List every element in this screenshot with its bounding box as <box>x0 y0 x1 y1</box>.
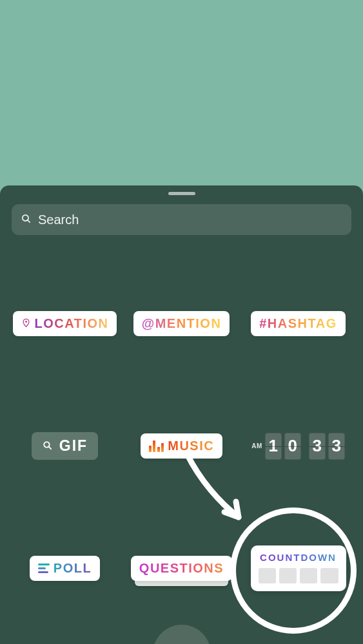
clock-digit: 0 <box>284 433 301 460</box>
sheet-grabber[interactable] <box>168 192 195 195</box>
poll-lines-icon <box>38 564 50 573</box>
sticker-countdown[interactable]: COUNTDOWN <box>251 545 346 591</box>
sticker-countdown-label: COUNTDOWN <box>260 552 337 563</box>
sticker-music-label: MUSIC <box>168 439 214 453</box>
sticker-music[interactable]: MUSIC <box>141 433 222 459</box>
sticker-mention-label: @MENTION <box>142 316 222 331</box>
svg-line-1 <box>28 220 30 222</box>
sticker-hashtag-label: #HASHTAG <box>259 316 337 331</box>
sticker-picker-sheet[interactable]: Search LOCATION @MENTION #HASHTAG <box>0 185 363 644</box>
sticker-time[interactable]: AM 1 0 3 3 <box>251 433 345 460</box>
sticker-hashtag[interactable]: #HASHTAG <box>251 311 346 336</box>
sticker-questions[interactable]: QUESTIONS <box>131 556 232 581</box>
clock-digit: 3 <box>309 433 326 460</box>
sticker-location[interactable]: LOCATION <box>13 311 117 336</box>
sticker-questions-label: QUESTIONS <box>139 561 224 576</box>
sticker-poll-label: POLL <box>54 561 92 576</box>
story-editor-canvas: Search LOCATION @MENTION #HASHTAG <box>0 0 363 644</box>
music-bars-icon <box>149 440 164 452</box>
clock-digit: 3 <box>328 433 345 460</box>
clock-digit: 1 <box>265 433 282 460</box>
sticker-mention[interactable]: @MENTION <box>133 311 230 336</box>
svg-point-2 <box>25 321 27 323</box>
next-row-peek <box>153 625 211 644</box>
sticker-location-label: LOCATION <box>35 316 109 331</box>
search-icon <box>42 437 53 455</box>
search-placeholder: Search <box>38 213 79 227</box>
countdown-blocks-icon <box>259 568 338 583</box>
sticker-poll[interactable]: POLL <box>30 556 100 581</box>
clock-ampm: AM <box>251 442 262 450</box>
location-pin-icon <box>21 317 31 331</box>
search-icon <box>21 213 32 227</box>
sticker-gif[interactable]: GIF <box>32 432 98 460</box>
sticker-gif-label: GIF <box>59 437 88 455</box>
sticker-grid: LOCATION @MENTION #HASHTAG GIF MUSIC <box>0 293 363 599</box>
search-field[interactable]: Search <box>12 204 351 235</box>
svg-line-4 <box>48 447 51 450</box>
